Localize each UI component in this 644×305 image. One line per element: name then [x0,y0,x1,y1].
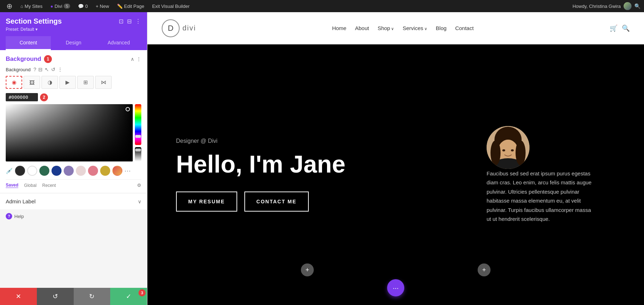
picker-sliders [135,104,141,161]
eyedropper-icon[interactable]: 💉 [6,168,13,174]
hero-title: Hello, I'm Jane [176,151,479,178]
exit-builder-button[interactable]: Exit Visual Builder [149,0,192,12]
admin-label-chevron-icon[interactable]: ∨ [138,199,141,204]
admin-bar-right: Howdy, Christina Gwira 🔍 [572,2,640,10]
collapse-icon[interactable]: ∧ [131,56,134,62]
tab-advanced[interactable]: Advanced [96,36,141,50]
bg-video-btn[interactable]: ▶ [59,76,76,89]
bg-more-icon[interactable]: ⋮ [58,67,63,72]
save-button[interactable]: ✓ 3 [110,288,147,305]
background-section: Background 1 ∧ ⋮ Background ? ⊟ ↖ [0,50,147,193]
color-settings-gear-icon[interactable]: ⚙ [137,183,141,188]
admin-label-section: Admin Label ∨ [0,193,147,209]
add-section-left-button[interactable]: + [301,263,314,276]
search-icon[interactable]: 🔍 [634,3,640,9]
color-tab-global[interactable]: Global [24,183,36,188]
nav-home[interactable]: Home [332,25,346,31]
color-fill-icon: ◉ [12,79,16,86]
bg-arrow-icon[interactable]: ↖ [45,67,49,72]
redo-button[interactable]: ↻ [74,288,111,305]
undo-button[interactable]: ↺ [37,288,74,305]
bg-gradient-btn[interactable]: ◑ [42,76,58,89]
image-icon: 🖼 [29,79,35,86]
wp-logo-button[interactable]: ⊕ [4,0,15,12]
hue-slider[interactable] [135,104,141,145]
swatch-black[interactable] [15,166,25,176]
admin-label-header[interactable]: Admin Label ∨ [6,198,141,204]
bg-reset-icon[interactable]: ↺ [51,67,55,72]
swatch-light-pink[interactable] [76,166,86,176]
nav-services[interactable]: Services [403,25,428,31]
more-swatches[interactable]: ··· [125,167,131,175]
logo-letter: D [168,24,174,33]
cart-icon[interactable]: 🛒 [610,24,618,32]
hero-designer-label: Designer @ Divi [176,138,479,144]
gradient-icon: ◑ [48,79,52,86]
edit-icon: ✏️ [117,4,123,9]
kebab-menu-icon[interactable]: ⋮ [135,18,141,25]
tab-design[interactable]: Design [51,36,96,50]
opacity-slider[interactable] [135,147,141,161]
swatch-gradient[interactable] [112,166,122,176]
swatch-gold[interactable] [100,166,110,176]
maximize-icon[interactable]: ⊡ [119,18,123,25]
swatch-white[interactable] [27,166,37,176]
color-hex-input[interactable] [6,93,38,101]
svg-point-4 [491,140,501,165]
contact-button[interactable]: CONTACT ME [244,192,309,212]
house-icon: ⌂ [20,4,23,9]
hero-text-col: Designer @ Divi Hello, I'm Jane MY RESUM… [176,138,479,212]
wp-admin-bar: ⊕ ⌂ My Sites ● Divi 5 💬 0 + New ✏️ Edit … [0,0,644,12]
bg-tablet-icon[interactable]: ⊟ [38,67,43,72]
bg-mask-btn[interactable]: ⋈ [95,76,112,89]
panel-title: Section Settings [6,17,62,25]
bg-pattern-btn[interactable]: ⊞ [77,76,94,89]
swatch-pink[interactable] [88,166,98,176]
opacity-thumb[interactable] [135,149,141,151]
panel-title-icons: ⊡ ⊟ ⋮ [119,18,141,25]
swatch-dark-blue[interactable] [52,166,62,176]
nav-about[interactable]: About [355,25,369,31]
howdy-label: Howdy, Christina Gwira [572,4,621,9]
color-picker-area: 2 [6,93,141,161]
video-icon: ▶ [65,79,70,86]
resume-button[interactable]: MY RESUME [176,192,237,212]
nav-links: Home About Shop Services Blog Contact [332,25,474,31]
divi-button[interactable]: ● Divi 5 [48,0,73,12]
nav-blog[interactable]: Blog [436,25,447,31]
split-icon[interactable]: ⊟ [127,18,132,25]
site-logo: D divi [162,19,196,37]
panel-tabs: Content Design Advanced [6,36,141,50]
background-badge: 1 [44,55,52,63]
floating-action-button[interactable]: ··· [387,279,404,296]
section-header: Background 1 ∧ ⋮ [6,55,141,63]
avatar[interactable] [624,2,631,10]
my-sites-button[interactable]: ⌂ My Sites [18,0,45,12]
hero-section: Designer @ Divi Hello, I'm Jane MY RESUM… [147,44,644,305]
bg-color-btn[interactable]: ◉ [6,76,22,89]
help-label[interactable]: Help [14,214,24,219]
add-section-right-button[interactable]: + [478,263,491,276]
picker-handle[interactable] [126,107,130,111]
edit-page-button[interactable]: ✏️ Edit Page [114,0,147,12]
gradient-picker[interactable] [6,104,133,161]
comments-button[interactable]: 💬 0 [75,0,91,12]
nav-shop[interactable]: Shop [377,25,394,31]
color-tab-saved[interactable]: Saved [6,183,18,188]
bg-help-icon[interactable]: ? [33,67,36,72]
panel-preset[interactable]: Preset: Default ▾ [6,27,141,32]
new-button[interactable]: + New [93,0,112,12]
section-menu-icon[interactable]: ⋮ [136,56,141,62]
cancel-button[interactable]: ✕ [0,288,37,305]
swatch-dark-green[interactable] [39,166,49,176]
site-nav: D divi Home About Shop Services Blog Con… [147,12,644,44]
logo-text: divi [182,24,196,32]
hue-thumb[interactable] [135,135,141,138]
help-row: ? Help [0,209,147,223]
bg-image-btn[interactable]: 🖼 [24,76,40,89]
swatch-lavender[interactable] [64,166,74,176]
nav-contact[interactable]: Contact [455,25,474,31]
tab-content[interactable]: Content [6,36,51,50]
color-tab-recent[interactable]: Recent [42,183,56,188]
nav-search-icon[interactable]: 🔍 [622,24,630,32]
